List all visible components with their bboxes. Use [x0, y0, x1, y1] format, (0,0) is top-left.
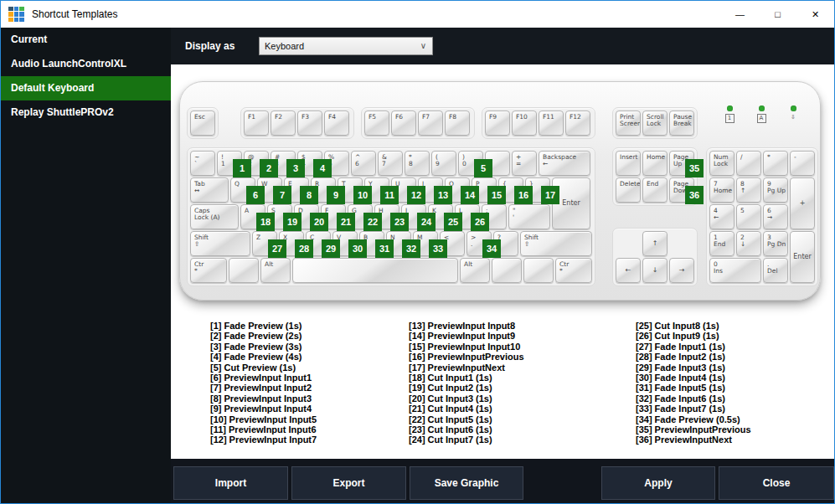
app-icon-square — [14, 12, 19, 17]
key-f12[interactable]: F12 — [565, 111, 590, 136]
sidebar-item-replay-shuttleprov2[interactable]: Replay ShuttlePROv2 — [1, 100, 171, 125]
key-numpad-minus[interactable]: - — [790, 151, 815, 176]
shortcut-badge-8: 8 — [300, 186, 318, 204]
shortcut-badge-21: 21 — [337, 213, 355, 231]
key-space[interactable] — [292, 258, 458, 283]
key-f4[interactable]: F4 — [324, 111, 349, 136]
shortcut-badge-32: 32 — [402, 239, 420, 258]
save-graphic-button[interactable]: Save Graphic — [410, 466, 523, 500]
legend-item: [4] Fade Preview (4s) — [210, 352, 317, 362]
shortcut-badge-3: 3 — [286, 159, 305, 177]
sidebar-item-audio-launchcontrolxl[interactable]: Audio LaunchControlXL — [1, 52, 171, 76]
key-tilde[interactable]: ~` — [190, 151, 215, 176]
import-button[interactable]: Import — [173, 466, 288, 500]
shortcut-badge-13: 13 — [434, 186, 452, 204]
maximize-button[interactable]: □ — [759, 1, 796, 28]
key-8[interactable]: *8 — [405, 151, 430, 176]
key-numpad-4[interactable]: 4← — [709, 204, 734, 229]
key-f1[interactable]: F1 — [244, 111, 269, 136]
key-numpad-7[interactable]: 7Home — [709, 177, 734, 203]
key-alt-right[interactable]: Alt — [460, 258, 490, 283]
key-f10[interactable]: F10 — [512, 111, 537, 136]
key-print-screen[interactable]: PrintScreen — [616, 111, 641, 136]
key-quote[interactable]: "' — [508, 204, 550, 229]
display-as-select[interactable]: Keyboard ∨ — [259, 37, 433, 55]
key-shift-left[interactable]: Shift⇧ — [190, 231, 250, 256]
shortcut-badge-9: 9 — [327, 186, 345, 204]
key-f2[interactable]: F2 — [271, 111, 296, 136]
key-alt-left[interactable]: Alt — [260, 258, 291, 283]
key-end[interactable]: End — [642, 177, 667, 203]
key-scroll-lock[interactable]: ScrollLock — [642, 111, 667, 136]
shortcut-badge-34: 34 — [482, 239, 501, 258]
key-numpad-9[interactable]: 9Pg Up — [763, 177, 788, 203]
legend-item: [3] Fade Preview (3s) — [210, 342, 317, 352]
app-icon-square — [19, 7, 24, 12]
caps-lock-led: A — [756, 105, 766, 123]
key-f3[interactable]: F3 — [297, 111, 322, 136]
key-numpad-2[interactable]: 2↓ — [736, 231, 761, 256]
apply-button[interactable]: Apply — [601, 466, 715, 500]
app-icon-square — [19, 12, 24, 17]
key-numpad-multiply[interactable]: * — [763, 151, 788, 176]
key-insert[interactable]: Insert — [616, 151, 641, 176]
app-icon-square — [8, 12, 13, 17]
key-f11[interactable]: F11 — [539, 111, 564, 136]
key-ctrl-left[interactable]: Ctr* — [190, 258, 227, 283]
key-arrow-left[interactable]: ← — [616, 258, 641, 283]
key-arrow-down[interactable]: ↓ — [642, 258, 667, 283]
key-numpad-1[interactable]: 1End — [709, 231, 734, 256]
shortcut-badge-24: 24 — [417, 213, 436, 231]
legend-item: [31] Fade Input5 (1s) — [636, 383, 751, 393]
app-icon-square — [14, 18, 19, 23]
key-f7[interactable]: F7 — [418, 111, 443, 136]
key-6[interactable]: ^6 — [351, 151, 376, 176]
key-numpad-8[interactable]: 8↑ — [736, 177, 761, 203]
key-backspace[interactable]: Backspace← — [539, 151, 590, 176]
close-button[interactable]: ✕ — [796, 1, 834, 28]
shortcut-badge-19: 19 — [283, 213, 302, 231]
key-f5[interactable]: F5 — [364, 111, 389, 136]
legend-item: [10] PreviewInput Input5 — [210, 414, 317, 424]
key-f6[interactable]: F6 — [391, 111, 416, 136]
key-numpad-0[interactable]: 0Ins — [709, 258, 761, 283]
sidebar-item-current[interactable]: Current — [1, 28, 171, 52]
export-button[interactable]: Export — [291, 466, 406, 500]
scroll-lock-led-dot — [791, 105, 796, 111]
key-numpad-5[interactable]: 5 — [736, 204, 761, 229]
key-caps-lock[interactable]: CapsLock (A) — [190, 204, 239, 229]
key-arrow-right[interactable]: → — [669, 258, 694, 283]
key-numpad-3[interactable]: 3Pg Dn — [763, 231, 788, 256]
key-numpad-divide[interactable]: / — [736, 151, 761, 176]
key-7[interactable]: &7 — [378, 151, 403, 176]
key-tab[interactable]: Tab↔ — [190, 177, 229, 203]
app-icon-square — [14, 7, 19, 12]
window-title: Shortcut Templates — [32, 8, 118, 20]
key-num-lock[interactable]: NumLock — [709, 151, 734, 176]
minimize-button[interactable]: — — [721, 1, 759, 28]
key-pause-break[interactable]: PauseBreak — [669, 111, 694, 136]
key-f8[interactable]: F8 — [445, 111, 470, 136]
key-ctrl-right[interactable]: Ctr* — [555, 258, 592, 283]
key-esc[interactable]: Esc — [190, 111, 215, 136]
key-9[interactable]: (9 — [431, 151, 456, 176]
key-home[interactable]: Home — [642, 151, 667, 176]
shortcut-badge-16: 16 — [514, 186, 533, 204]
key-menu[interactable] — [523, 258, 554, 283]
key-numpad-plus[interactable]: + — [790, 177, 815, 229]
legend-item: [1] Fade Preview (1s) — [210, 321, 317, 331]
key-f9[interactable]: F9 — [485, 111, 510, 136]
sidebar-item-default-keyboard[interactable]: Default Keyboard — [1, 76, 171, 100]
key-win-left[interactable] — [229, 258, 259, 283]
key-win-right[interactable] — [492, 258, 522, 283]
key-shift-right[interactable]: Shift⇧ — [520, 231, 592, 256]
key-delete[interactable]: Delete — [616, 177, 641, 203]
key-numpad-enter[interactable]: Enter — [790, 231, 815, 283]
key-arrow-up[interactable]: ↑ — [642, 231, 667, 256]
key-numpad-6[interactable]: 6→ — [763, 204, 788, 229]
key-equals[interactable]: += — [512, 151, 537, 176]
key-numpad-decimal[interactable]: .Del — [763, 258, 788, 283]
close-button[interactable]: Close — [719, 466, 834, 500]
legend-item: [28] Fade Input2 (1s) — [636, 352, 751, 362]
legend-item: [34] Fade Preview (0.5s) — [636, 414, 751, 424]
